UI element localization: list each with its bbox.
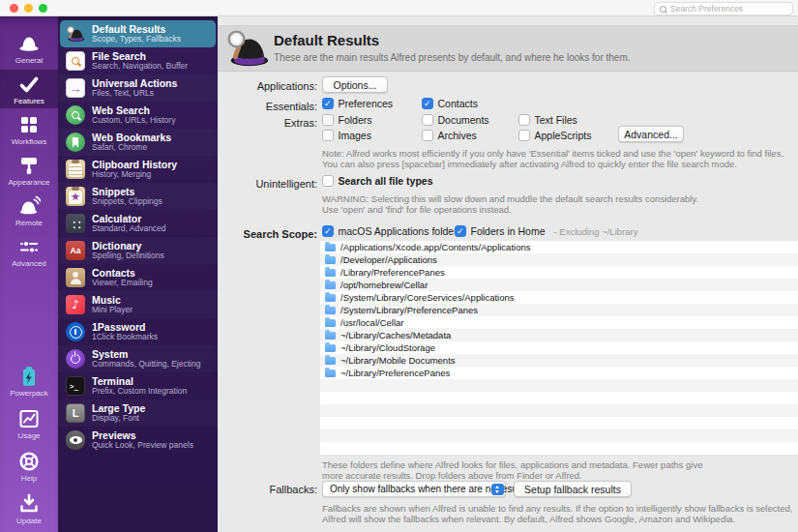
folder-row[interactable]: ~/Library/Mobile Documents (320, 354, 798, 367)
feature-item-calculator[interactable]: CalculatorStandard, Advanced (58, 210, 218, 237)
folder-path: ~/Library/Mobile Documents (340, 355, 456, 366)
checkbox-checked-icon: ✓ (322, 98, 334, 109)
feature-subtitle: History, Merging (92, 170, 177, 180)
dropdown-stepper-icon (491, 484, 504, 496)
feature-item-contacts[interactable]: ContactsViewer, Emailing (58, 264, 218, 291)
checkbox-folders[interactable]: Folders (322, 114, 372, 126)
excluding-library-note: - Excluding ~/Library (554, 226, 638, 237)
checkbox-label: Folders in Home (471, 225, 546, 237)
warning-line2: Use 'open' and 'find' for file operation… (322, 204, 512, 216)
checkbox-search-all-file-types[interactable]: Search all file types (322, 175, 433, 187)
checkbox-macos-applications-folder[interactable]: ✓macOS Applications folder (322, 225, 458, 237)
checkbox-text-files[interactable]: Text Files (518, 114, 577, 126)
checkbox-checked-icon: ✓ (422, 98, 433, 109)
advanced-button[interactable]: Advanced... (618, 126, 684, 142)
search-scope-folder-list[interactable]: /Applications/Xcode.app/Contents/Applica… (320, 241, 798, 455)
sidebar-item-appearance[interactable]: Appearance (0, 151, 58, 190)
fallbacks-description-line1: Fallbacks are shown when Alfred is unabl… (322, 503, 792, 515)
clipboard-icon (66, 160, 85, 179)
folder-path: /System/Library/CoreServices/Application… (340, 292, 515, 303)
warning-line1: WARNING: Selecting this will slow down a… (322, 193, 698, 205)
feature-item-previews[interactable]: PreviewsQuick Look, Preview panels (58, 427, 218, 454)
feature-subtitle: 1Click Bookmarks (92, 333, 158, 342)
feature-item-system[interactable]: SystemCommands, Quitting, Ejecting (58, 345, 218, 372)
folder-row[interactable]: /System/Library/CoreServices/Application… (320, 291, 798, 304)
sidebar-item-remote[interactable]: Remote (0, 192, 58, 230)
sidebar-item-powerpack[interactable]: Powerpack (0, 362, 58, 400)
feature-item-snippets[interactable]: ★ SnippetsSnippets, Clippings (58, 183, 218, 210)
fallbacks-label: Fallbacks: (218, 484, 317, 495)
checkbox-icon (322, 114, 334, 126)
sidebar-item-help[interactable]: Help (0, 447, 58, 486)
feature-item-default-results[interactable]: Default ResultsScope, Types, Fallbacks (60, 20, 216, 47)
terminal-icon: >_ (66, 376, 85, 396)
checkbox-documents[interactable]: Documents (422, 114, 489, 126)
sliders-icon (17, 235, 41, 258)
checkbox-archives[interactable]: Archives (422, 130, 477, 141)
checkbox-images[interactable]: Images (322, 130, 371, 141)
fallbacks-dropdown[interactable]: Only show fallbacks when there are no re… (322, 481, 506, 497)
folder-row[interactable]: /Developer/Applications (320, 253, 798, 266)
feature-item-universal-actions[interactable]: → Universal ActionsFiles, Text, URLs (58, 74, 218, 102)
sidebar-item-features[interactable]: Features (0, 70, 58, 108)
folder-row[interactable]: ~/Library/PreferencePanes (320, 367, 798, 379)
feature-item-1password[interactable]: 1Password1Click Bookmarks (58, 318, 218, 345)
alfred-hat-icon (225, 27, 270, 74)
folder-row[interactable]: /Library/PreferencePanes (320, 266, 798, 279)
sidebar-item-workflows[interactable]: Workflows (0, 110, 58, 149)
feature-item-large-type[interactable]: L Large TypeDisplay, Font (58, 399, 218, 427)
feature-item-music[interactable]: ♪ MusicMini Player (58, 291, 218, 318)
feature-item-web-search[interactable]: Web SearchCustom, URLs, History (58, 102, 218, 129)
feature-subtitle: Standard, Advanced (92, 224, 166, 234)
remote-hat-icon (17, 194, 41, 218)
feature-item-web-bookmarks[interactable]: Web BookmarksSafari, Chrome (58, 129, 218, 156)
folder-icon (325, 344, 336, 352)
feature-item-file-search[interactable]: File SearchSearch, Navigation, Buffer (58, 47, 218, 74)
checkbox-applescripts[interactable]: AppleScripts (518, 130, 591, 141)
essentials-note-line2: You can also press [spacebar] immediatel… (322, 159, 737, 170)
alfred-hat-icon (66, 24, 85, 44)
sidebar-item-usage[interactable]: Usage (0, 404, 58, 443)
checkbox-icon (422, 114, 433, 126)
sidebar-item-update[interactable]: Update (0, 489, 58, 528)
options-button[interactable]: Options... (322, 76, 388, 93)
checkbox-label: Text Files (535, 114, 577, 126)
titlebar: Search Preferences (0, 0, 798, 16)
feature-item-dictionary[interactable]: Aa DictionarySpelling, Definitions (58, 237, 218, 264)
folder-icon (325, 369, 336, 377)
folder-row[interactable]: /usr/local/Cellar (320, 316, 798, 329)
feature-item-terminal[interactable]: >_ TerminalPrefix, Custom Integration (58, 372, 218, 399)
folder-icon (325, 319, 336, 327)
calculator-icon (66, 214, 85, 233)
search-preferences-input[interactable]: Search Preferences (654, 2, 793, 15)
folder-path: /Library/PreferencePanes (340, 267, 445, 278)
checkbox-icon (422, 130, 433, 141)
search-placeholder: Search Preferences (670, 4, 743, 14)
folder-path: /Developer/Applications (340, 254, 437, 265)
folder-row[interactable]: ~/Library/Caches/Metadata (320, 329, 798, 341)
folder-row[interactable]: /System/Library/PreferencePanes (320, 304, 798, 316)
checkbox-preferences[interactable]: ✓Preferences (322, 98, 393, 109)
power-icon (66, 349, 85, 369)
zoom-window-button[interactable] (39, 4, 47, 13)
scope-description-line1: These folders define where Alfred looks … (322, 459, 702, 471)
close-window-button[interactable] (10, 4, 18, 13)
checkbox-checked-icon: ✓ (322, 225, 334, 237)
minimize-window-button[interactable] (24, 4, 33, 13)
checkbox-contacts[interactable]: ✓Contacts (422, 98, 478, 109)
checkbox-label: Images (339, 130, 371, 141)
folder-row[interactable]: ~/Library/CloudStorage (320, 341, 798, 354)
sidebar-item-advanced[interactable]: Advanced (0, 232, 58, 271)
sidebar-item-general[interactable]: General (0, 29, 58, 68)
battery-bolt-icon (17, 365, 41, 388)
page-description: These are the main results Alfred presen… (274, 52, 631, 63)
large-type-icon: L (66, 403, 85, 423)
setup-fallback-results-button[interactable]: Setup fallback results (514, 481, 632, 497)
sidebar-item-label: Update (16, 517, 42, 525)
checkbox-folders-in-home[interactable]: ✓Folders in Home- Excluding ~/Library (455, 225, 637, 237)
folder-row[interactable]: /Applications/Xcode.app/Contents/Applica… (320, 241, 798, 253)
feature-item-clipboard-history[interactable]: Clipboard HistoryHistory, Merging (58, 156, 218, 183)
feature-subtitle: Viewer, Emailing (92, 279, 153, 288)
folder-row[interactable]: /opt/homebrew/Cellar (320, 279, 798, 291)
clipboard-star-icon: ★ (66, 187, 85, 206)
